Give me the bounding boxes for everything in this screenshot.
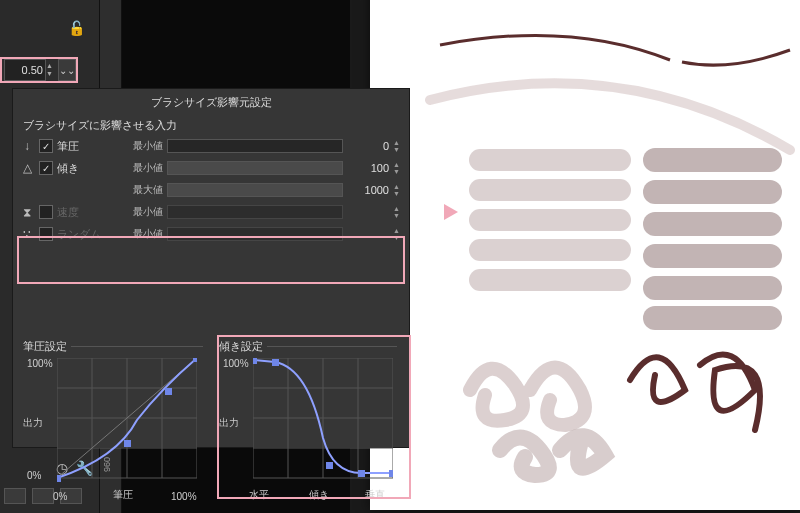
- pressure-curve-editor[interactable]: 筆圧設定 100% 出力 0%: [23, 339, 203, 498]
- ylabel: 出力: [23, 416, 43, 430]
- row-pressure: ↓ ✓ 筆圧 最小値 0 ▲▼: [13, 135, 409, 157]
- tilt-max-spinner[interactable]: ▲▼: [393, 183, 403, 197]
- ytick: 100%: [223, 358, 249, 369]
- row-random: ∵ ランダム 最小値 ▲▼: [13, 223, 409, 245]
- pressure-curve-title: 筆圧設定: [23, 339, 203, 354]
- svg-rect-20: [124, 440, 131, 447]
- row-tilt-max: 最大値 1000 ▲▼: [13, 179, 409, 201]
- pressure-label: 筆圧: [57, 139, 117, 154]
- tilt-min-slider[interactable]: [167, 161, 343, 175]
- velocity-icon: ⧗: [19, 205, 35, 219]
- pressure-curve-svg: [57, 358, 197, 484]
- pressure-min-value: 0: [347, 140, 389, 152]
- tilt-checkbox[interactable]: ✓: [39, 161, 53, 175]
- random-checkbox[interactable]: [39, 227, 53, 241]
- svg-rect-30: [253, 358, 257, 364]
- xtick: 水平: [249, 488, 269, 502]
- opacity-spinner[interactable]: ▲▼: [46, 62, 56, 78]
- pressure-min-spinner[interactable]: ▲▼: [393, 139, 403, 153]
- velocity-label: 速度: [57, 205, 117, 220]
- pressure-sub: 最小値: [121, 139, 163, 153]
- tilt-icon: △: [19, 161, 35, 175]
- tilt-min-value: 100: [347, 162, 389, 174]
- svg-rect-21: [165, 388, 172, 395]
- random-slider[interactable]: [167, 227, 343, 241]
- random-spinner[interactable]: ▲▼: [393, 227, 403, 241]
- random-icon: ∵: [19, 227, 35, 241]
- xtick: 傾き: [309, 488, 329, 502]
- svg-rect-31: [272, 359, 279, 366]
- tilt-label: 傾き: [57, 161, 117, 176]
- pressure-min-slider[interactable]: [167, 139, 343, 153]
- brush-size-dynamics-panel: ブラシサイズ影響元設定 ブラシサイズに影響させる入力 ↓ ✓ 筆圧 最小値 0 …: [12, 88, 410, 448]
- xtick: 筆圧: [113, 488, 133, 502]
- tilt-max-sub: 最大値: [121, 183, 163, 197]
- svg-rect-19: [57, 475, 61, 482]
- section-label: ブラシサイズに影響させる入力: [13, 116, 409, 135]
- unlock-icon[interactable]: 🔓: [68, 20, 85, 36]
- random-label: ランダム: [57, 227, 117, 242]
- svg-rect-22: [193, 358, 197, 362]
- ylabel: 出力: [219, 416, 239, 430]
- row-tilt-min: △ ✓ 傾き 最小値 100 ▲▼: [13, 157, 409, 179]
- ytick: 100%: [27, 358, 53, 369]
- row-velocity: ⧗ 速度 最小値 ▲▼: [13, 201, 409, 223]
- tilt-curve-title: 傾き設定: [219, 339, 397, 354]
- opacity-control: ▲▼ ⌄⌄: [0, 57, 78, 83]
- velocity-spinner[interactable]: ▲▼: [393, 205, 403, 219]
- svg-rect-32: [326, 462, 333, 469]
- pressure-icon: ↓: [19, 139, 35, 153]
- opacity-input[interactable]: [4, 59, 46, 81]
- tilt-min-sub: 最小値: [121, 161, 163, 175]
- velocity-slider[interactable]: [167, 205, 343, 219]
- tilt-max-slider[interactable]: [167, 183, 343, 197]
- canvas-paper[interactable]: [370, 0, 800, 510]
- xtick: 垂直: [365, 488, 385, 502]
- pressure-checkbox[interactable]: ✓: [39, 139, 53, 153]
- chevron-down-icon: ⌄⌄: [59, 65, 75, 76]
- tilt-curve-editor[interactable]: 傾き設定 100% 出力 水平: [219, 339, 397, 498]
- tilt-max-value: 1000: [347, 184, 389, 196]
- svg-rect-33: [358, 470, 365, 477]
- tilt-curve-svg: [253, 358, 393, 484]
- opacity-dropdown-button[interactable]: ⌄⌄: [58, 59, 76, 81]
- curve-editors: 筆圧設定 100% 出力 0%: [23, 339, 397, 498]
- canvas-area: [350, 0, 800, 513]
- xtick: 100%: [171, 491, 197, 502]
- velocity-sub: 最小値: [121, 205, 163, 219]
- velocity-checkbox[interactable]: [39, 205, 53, 219]
- xtick: 0%: [53, 491, 67, 502]
- panel-title: ブラシサイズ影響元設定: [13, 89, 409, 116]
- random-sub: 最小値: [121, 227, 163, 241]
- svg-rect-34: [389, 470, 393, 477]
- brush-preview-svg: [370, 0, 800, 510]
- tilt-min-spinner[interactable]: ▲▼: [393, 161, 403, 175]
- ytick: 0%: [27, 470, 41, 481]
- arrow-icon: [408, 200, 458, 224]
